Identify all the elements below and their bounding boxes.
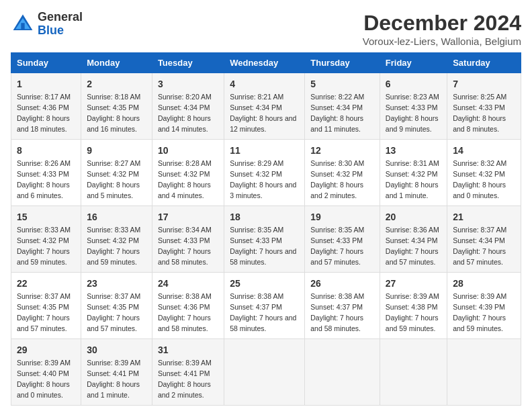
cell-content: Sunrise: 8:20 AM Sunset: 4:34 PM Dayligh… [158,93,212,133]
calendar-cell [224,339,305,406]
day-number: 8 [17,144,75,157]
day-number: 10 [158,144,218,157]
calendar-table: SundayMondayTuesdayWednesdayThursdayFrid… [11,52,521,406]
cell-content: Sunrise: 8:26 AM Sunset: 4:33 PM Dayligh… [17,159,71,199]
calendar-body: 1 Sunrise: 8:17 AM Sunset: 4:36 PM Dayli… [11,73,521,406]
calendar-cell: 28 Sunrise: 8:39 AM Sunset: 4:39 PM Dayl… [447,273,521,339]
cell-content: Sunrise: 8:25 AM Sunset: 4:33 PM Dayligh… [453,93,506,133]
logo-icon [11,12,35,36]
day-number: 14 [453,144,515,157]
header-day: Wednesday [224,53,305,73]
day-number: 3 [158,77,218,91]
calendar-cell: 27 Sunrise: 8:39 AM Sunset: 4:38 PM Dayl… [380,273,447,339]
day-number: 7 [453,77,515,91]
day-number: 26 [310,277,374,290]
day-number: 28 [453,277,515,290]
day-number: 20 [386,210,441,224]
cell-content: Sunrise: 8:22 AM Sunset: 4:34 PM Dayligh… [310,93,364,133]
calendar-cell: 22 Sunrise: 8:37 AM Sunset: 4:35 PM Dayl… [11,273,81,339]
cell-content: Sunrise: 8:30 AM Sunset: 4:32 PM Dayligh… [310,159,364,199]
day-number: 12 [310,144,374,157]
calendar-week: 15 Sunrise: 8:33 AM Sunset: 4:32 PM Dayl… [11,206,521,273]
calendar-cell: 26 Sunrise: 8:38 AM Sunset: 4:37 PM Dayl… [305,273,380,339]
cell-content: Sunrise: 8:23 AM Sunset: 4:33 PM Dayligh… [386,93,439,133]
cell-content: Sunrise: 8:17 AM Sunset: 4:36 PM Dayligh… [17,93,71,133]
calendar-cell: 21 Sunrise: 8:37 AM Sunset: 4:34 PM Dayl… [447,206,521,273]
calendar-week: 22 Sunrise: 8:37 AM Sunset: 4:35 PM Dayl… [11,273,521,339]
header-day: Saturday [447,53,521,73]
cell-content: Sunrise: 8:39 AM Sunset: 4:41 PM Dayligh… [158,359,212,399]
calendar-cell: 2 Sunrise: 8:18 AM Sunset: 4:35 PM Dayli… [81,73,152,140]
cell-content: Sunrise: 8:37 AM Sunset: 4:35 PM Dayligh… [17,292,71,332]
calendar-cell: 17 Sunrise: 8:34 AM Sunset: 4:33 PM Dayl… [152,206,224,273]
day-number: 21 [453,210,515,224]
calendar-cell: 9 Sunrise: 8:27 AM Sunset: 4:32 PM Dayli… [81,140,152,206]
day-number: 22 [17,277,75,290]
cell-content: Sunrise: 8:35 AM Sunset: 4:33 PM Dayligh… [310,226,364,266]
header-day: Sunday [11,53,81,73]
day-number: 16 [87,210,146,224]
calendar-cell: 29 Sunrise: 8:39 AM Sunset: 4:40 PM Dayl… [11,339,81,406]
cell-content: Sunrise: 8:37 AM Sunset: 4:35 PM Dayligh… [87,292,140,332]
cell-content: Sunrise: 8:33 AM Sunset: 4:32 PM Dayligh… [17,226,71,266]
cell-content: Sunrise: 8:37 AM Sunset: 4:34 PM Dayligh… [453,226,506,266]
day-number: 27 [386,277,441,290]
cell-content: Sunrise: 8:31 AM Sunset: 4:32 PM Dayligh… [386,159,439,199]
cell-content: Sunrise: 8:38 AM Sunset: 4:37 PM Dayligh… [230,292,296,332]
calendar-cell: 1 Sunrise: 8:17 AM Sunset: 4:36 PM Dayli… [11,73,81,140]
calendar-cell: 4 Sunrise: 8:21 AM Sunset: 4:34 PM Dayli… [224,73,305,140]
calendar-header: SundayMondayTuesdayWednesdayThursdayFrid… [11,53,521,73]
cell-content: Sunrise: 8:35 AM Sunset: 4:33 PM Dayligh… [230,226,296,266]
calendar-cell: 3 Sunrise: 8:20 AM Sunset: 4:34 PM Dayli… [152,73,224,140]
day-number: 24 [158,277,218,290]
cell-content: Sunrise: 8:39 AM Sunset: 4:40 PM Dayligh… [17,359,71,399]
day-number: 19 [310,210,374,224]
calendar-cell: 25 Sunrise: 8:38 AM Sunset: 4:37 PM Dayl… [224,273,305,339]
main-title: December 2024 [363,11,521,36]
calendar-cell: 10 Sunrise: 8:28 AM Sunset: 4:32 PM Dayl… [152,140,224,206]
calendar-cell: 5 Sunrise: 8:22 AM Sunset: 4:34 PM Dayli… [305,73,380,140]
calendar-cell: 15 Sunrise: 8:33 AM Sunset: 4:32 PM Dayl… [11,206,81,273]
cell-content: Sunrise: 8:33 AM Sunset: 4:32 PM Dayligh… [87,226,140,266]
calendar-cell: 16 Sunrise: 8:33 AM Sunset: 4:32 PM Dayl… [81,206,152,273]
title-area: December 2024 Voroux-lez-Liers, Wallonia… [363,11,521,47]
calendar-cell: 23 Sunrise: 8:37 AM Sunset: 4:35 PM Dayl… [81,273,152,339]
day-number: 11 [230,144,299,157]
logo: General Blue [11,11,83,38]
calendar-cell: 20 Sunrise: 8:36 AM Sunset: 4:34 PM Dayl… [380,206,447,273]
header-row: SundayMondayTuesdayWednesdayThursdayFrid… [11,53,521,73]
calendar-cell: 30 Sunrise: 8:39 AM Sunset: 4:41 PM Dayl… [81,339,152,406]
cell-content: Sunrise: 8:38 AM Sunset: 4:36 PM Dayligh… [158,292,212,332]
day-number: 23 [87,277,146,290]
calendar-cell: 11 Sunrise: 8:29 AM Sunset: 4:32 PM Dayl… [224,140,305,206]
calendar-cell: 8 Sunrise: 8:26 AM Sunset: 4:33 PM Dayli… [11,140,81,206]
calendar-cell: 7 Sunrise: 8:25 AM Sunset: 4:33 PM Dayli… [447,73,521,140]
subtitle: Voroux-lez-Liers, Wallonia, Belgium [363,36,521,47]
cell-content: Sunrise: 8:34 AM Sunset: 4:33 PM Dayligh… [158,226,212,266]
cell-content: Sunrise: 8:39 AM Sunset: 4:38 PM Dayligh… [386,292,439,332]
calendar-cell [447,339,521,406]
calendar-cell: 6 Sunrise: 8:23 AM Sunset: 4:33 PM Dayli… [380,73,447,140]
calendar-cell: 14 Sunrise: 8:32 AM Sunset: 4:32 PM Dayl… [447,140,521,206]
day-number: 31 [158,343,218,357]
day-number: 13 [386,144,441,157]
day-number: 5 [310,77,374,91]
calendar-week: 8 Sunrise: 8:26 AM Sunset: 4:33 PM Dayli… [11,140,521,206]
svg-rect-2 [21,23,24,30]
header-day: Friday [380,53,447,73]
calendar-cell: 24 Sunrise: 8:38 AM Sunset: 4:36 PM Dayl… [152,273,224,339]
day-number: 9 [87,144,146,157]
day-number: 25 [230,277,299,290]
day-number: 6 [386,77,441,91]
day-number: 15 [17,210,75,224]
day-number: 1 [17,77,75,91]
logo-text: General Blue [38,11,83,38]
header-day: Monday [81,53,152,73]
calendar-cell [380,339,447,406]
header-day: Tuesday [152,53,224,73]
day-number: 17 [158,210,218,224]
cell-content: Sunrise: 8:39 AM Sunset: 4:39 PM Dayligh… [453,292,506,332]
calendar-cell [305,339,380,406]
day-number: 2 [87,77,146,91]
cell-content: Sunrise: 8:39 AM Sunset: 4:41 PM Dayligh… [87,359,140,399]
